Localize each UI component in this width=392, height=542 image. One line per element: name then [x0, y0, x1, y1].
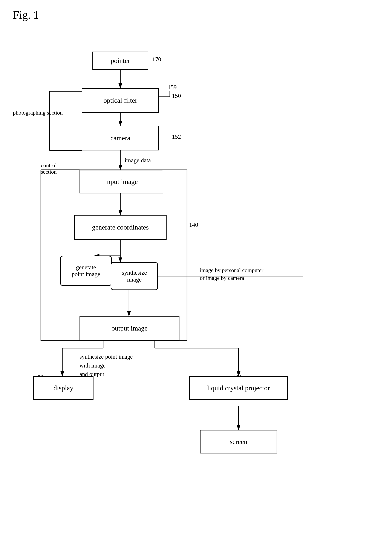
- optical-filter-box: optical filter: [82, 88, 159, 113]
- display-box: display: [33, 376, 93, 400]
- projector-box: liquid crystal projector: [189, 376, 288, 400]
- photographing-section-label: photographing section: [13, 110, 63, 116]
- synthesize-image-box: synthesize image: [111, 262, 158, 290]
- control-ref: 140: [189, 221, 198, 228]
- pointer-ref: 170: [152, 56, 161, 63]
- image-data-label: image data: [125, 157, 151, 164]
- camera-box: camera: [82, 126, 159, 151]
- diagram-container: pointer 170 optical filter 150 159 camer…: [13, 28, 389, 533]
- optical-filter-ref: 150: [172, 92, 181, 99]
- camera-ref: 152: [172, 133, 181, 140]
- pointer-box: pointer: [93, 52, 148, 70]
- screen-box: screen: [200, 430, 277, 453]
- synthesize-desc-label: synthesize point image with image and ou…: [80, 352, 133, 379]
- optical-filter-bracket-ref: 159: [168, 84, 177, 91]
- image-by-computer-label: image by personal computer or image by c…: [200, 266, 263, 282]
- page-title: Fig. 1: [13, 9, 39, 21]
- output-image-box: output image: [80, 316, 180, 341]
- input-image-box: input image: [80, 170, 163, 193]
- generate-point-image-box: genetate point image: [60, 256, 112, 286]
- generate-coordinates-box: generate coordinates: [74, 215, 167, 240]
- control-section-label: control section: [41, 162, 57, 175]
